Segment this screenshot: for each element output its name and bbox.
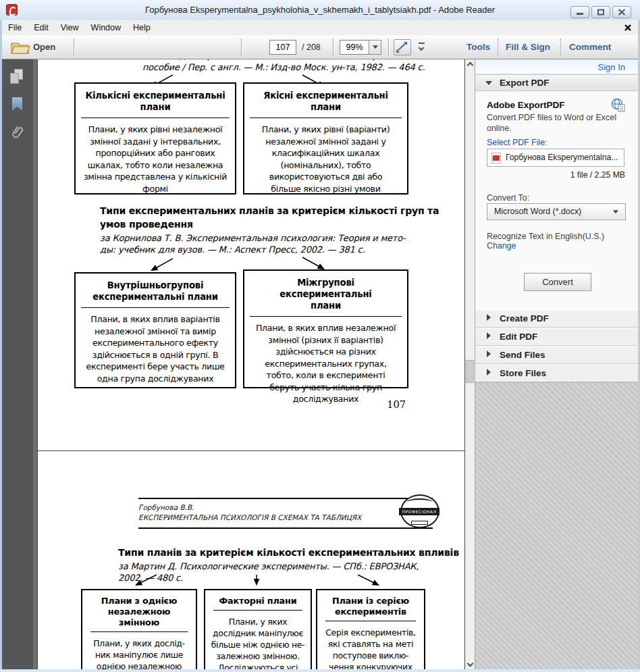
flow-box-title: Кількісні експериментальні плани xyxy=(81,90,230,118)
section-heading: Типи експериментальних планів за критері… xyxy=(100,204,439,231)
restore-icon xyxy=(597,9,605,16)
paperclip-icon xyxy=(10,124,24,140)
arrow-down-icon xyxy=(252,573,261,590)
scroll-down-button[interactable] xyxy=(465,659,475,669)
section-edit-pdf[interactable]: Edit PDF xyxy=(475,328,638,346)
flow-box-title: Плани з однією незалежною змінною xyxy=(90,596,188,632)
recognize-text-label: Recognize Text in English(U.S.) xyxy=(487,232,604,241)
fill-sign-tab[interactable]: Fill & Sign xyxy=(506,42,550,52)
open-folder-icon xyxy=(10,39,30,55)
restore-button[interactable] xyxy=(591,6,610,18)
selected-file-chip[interactable]: Горбунова Eksperymentalna... xyxy=(487,149,624,167)
header-rule-bottom xyxy=(138,527,433,529)
flow-box-title: Якісні експериментальні плани xyxy=(250,90,402,118)
page-total-label: / 208 xyxy=(302,43,321,52)
flow-box-title: Факторні плани xyxy=(213,596,302,611)
tools-tab[interactable]: Tools xyxy=(466,42,490,52)
export-pdf-header-label: Export PDF xyxy=(500,78,550,88)
section-label: Store Files xyxy=(500,368,546,378)
flow-box-qualitative: Якісні експериментальні плани Плани, у я… xyxy=(243,82,408,195)
convert-button[interactable]: Convert xyxy=(524,273,591,291)
flow-box-title: Міжгрупові експериментальні плани xyxy=(250,277,402,317)
title-bar[interactable]: Горбунова Eksperymentalna_psykholohia_v_… xyxy=(0,0,640,20)
triangle-right-icon xyxy=(487,314,494,321)
close-icon xyxy=(618,9,626,16)
publisher-logo: ПРОФЕСІОНАЛ xyxy=(400,494,439,528)
section-send-files[interactable]: Send Files xyxy=(475,346,638,364)
running-header-author: Горбунова В.В. xyxy=(138,502,194,513)
scroll-up-button[interactable] xyxy=(465,59,475,70)
zoom-dropdown-button[interactable] xyxy=(369,40,381,55)
panel-hatched-area xyxy=(475,382,638,669)
page-number: 107 xyxy=(38,399,406,410)
flow-box-title: Внутрішньогрупові експериментальні плани xyxy=(81,280,230,308)
page-thumbnails-button[interactable] xyxy=(10,69,25,85)
adobe-reader-window: Горбунова Eksperymentalna_psykholohia_v_… xyxy=(0,0,640,672)
flow-box-body: Плани, в яких вплив варіантів незалежної… xyxy=(79,313,232,384)
citation-mid: за Корнилова Т. В. Экспериментальная пси… xyxy=(100,232,405,255)
publisher-logo-text: ПРОФЕСІОНАЛ xyxy=(399,508,439,515)
flow-box-body: Плани, у яких дослідник маніпулює більше… xyxy=(208,616,308,669)
scrollbar-thumb[interactable] xyxy=(466,360,474,383)
menu-file[interactable]: File xyxy=(2,21,28,34)
menu-help[interactable]: Help xyxy=(127,21,157,34)
minimize-button[interactable] xyxy=(570,6,589,18)
fit-width-button[interactable] xyxy=(394,39,411,55)
exportpdf-description: Convert PDF files to Word or Excel onlin… xyxy=(487,113,622,134)
triangle-right-icon xyxy=(487,332,494,339)
toolbar: Open xyxy=(2,35,638,59)
comment-tab[interactable]: Comment xyxy=(569,42,611,52)
convert-to-label: Convert To: xyxy=(487,193,529,203)
flow-box-betweengroup: Міжгрупові експериментальні плани Плани,… xyxy=(243,269,408,388)
menu-view[interactable]: View xyxy=(55,21,85,34)
pdf-file-icon xyxy=(491,153,501,163)
chevron-down-icon xyxy=(466,661,473,667)
bookmark-icon xyxy=(12,97,22,111)
triangle-right-icon xyxy=(487,351,494,357)
triangle-down-icon xyxy=(485,81,492,88)
section-store-files[interactable]: Store Files xyxy=(475,364,638,382)
vertical-scrollbar[interactable] xyxy=(465,59,475,669)
menu-edit[interactable]: Edit xyxy=(28,21,55,34)
attachments-button[interactable] xyxy=(10,124,25,140)
flow-box-body: Серія експериментів, які ставлять на мет… xyxy=(320,627,421,669)
overflow-chevron-icon xyxy=(419,45,424,51)
flow-box-body: Плани, в яких вплив незалежної змінної (… xyxy=(248,322,404,405)
header-rule-top xyxy=(138,498,433,499)
section-label: Send Files xyxy=(500,350,545,360)
flow-box-series: Плани із серією експериментів Серія експ… xyxy=(316,589,425,669)
citation-top: пособие / Пер. с англ. — М.: Изд-во Моск… xyxy=(142,61,425,73)
tools-panel: Sign In Export PDF Adobe ExportPDF Conve… xyxy=(475,59,638,669)
select-pdf-file-label: Select PDF File: xyxy=(487,138,548,147)
flow-box-factorial: Факторні плани Плани, у яких дослідник м… xyxy=(204,589,312,669)
window-bottom-border xyxy=(0,669,640,672)
menu-window[interactable]: Window xyxy=(85,21,127,34)
page-number-input[interactable]: 107 xyxy=(269,40,296,55)
section-label: Edit PDF xyxy=(500,332,537,342)
convert-to-dropdown[interactable]: Microsoft Word (*.docx) xyxy=(487,203,626,220)
export-pdf-header[interactable]: Export PDF xyxy=(475,74,638,91)
chevron-up-icon xyxy=(466,62,473,69)
section-heading: Типи планів за критерієм кількості експе… xyxy=(118,546,459,559)
open-button[interactable] xyxy=(10,39,30,55)
flow-box-body: Плани, у яких рівні (варіанти) незалежно… xyxy=(248,124,404,195)
fit-width-icon xyxy=(394,40,410,55)
section-create-pdf[interactable]: Create PDF xyxy=(475,309,638,328)
convert-to-value: Microsoft Word (*.docx) xyxy=(494,207,581,216)
toolbar-overflow-button[interactable] xyxy=(417,42,427,51)
close-document-icon[interactable] xyxy=(623,23,633,32)
chevron-down-icon xyxy=(373,45,378,51)
pdf-page-107: за Готтсданкер Р. Основы психологическог… xyxy=(38,59,464,500)
navigation-rail xyxy=(2,59,33,669)
document-viewport[interactable]: за Готтсданкер Р. Основы психологическог… xyxy=(33,59,465,669)
flow-box-quantitative: Кількісні експериментальні плани Плани, … xyxy=(74,82,236,195)
overflow-bar-icon xyxy=(419,43,425,44)
close-button[interactable] xyxy=(612,6,631,18)
change-link[interactable]: Change xyxy=(487,241,516,251)
triangle-right-icon xyxy=(487,369,494,376)
flow-box-withingroup: Внутрішньогрупові експериментальні плани… xyxy=(74,272,236,388)
arrow-down-right-icon xyxy=(354,573,383,589)
zoom-level-input[interactable]: 99% xyxy=(340,40,369,55)
sign-in-link[interactable]: Sign In xyxy=(598,62,625,72)
bookmarks-button[interactable] xyxy=(10,97,25,113)
